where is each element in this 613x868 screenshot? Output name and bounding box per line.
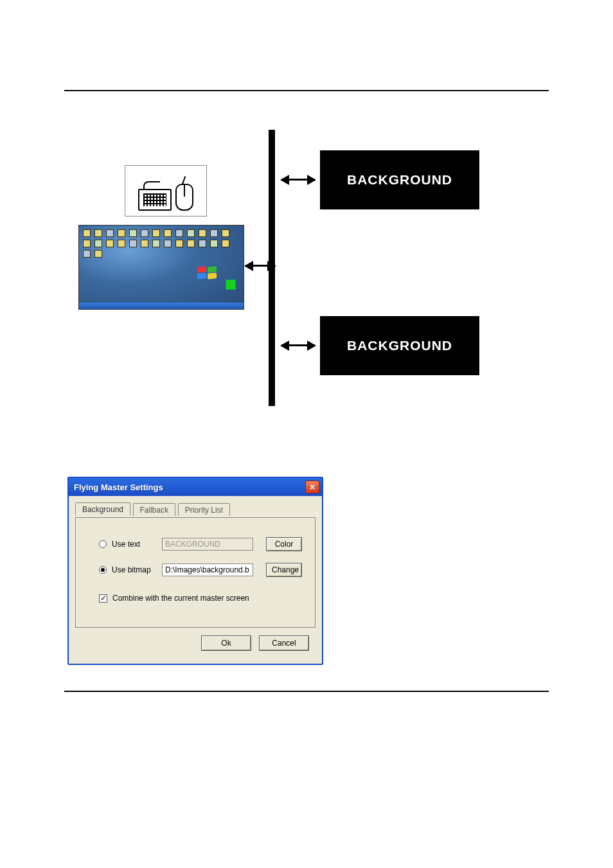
background-box-2: BACKGROUND [320, 316, 479, 375]
radio-use-text[interactable] [99, 540, 107, 548]
taskbar [79, 303, 244, 309]
close-icon: × [310, 482, 315, 492]
tabstrip: Background Fallback Priority List [75, 502, 315, 518]
flying-master-settings-dialog: Flying Master Settings × Background Fall… [67, 477, 323, 665]
change-button[interactable]: Change [266, 563, 302, 577]
use-bitmap-label: Use bitmap [112, 565, 157, 574]
diagram: BACKGROUND BACKGROUND [64, 130, 549, 412]
titlebar[interactable]: Flying Master Settings × [69, 478, 322, 496]
color-button[interactable]: Color [266, 537, 302, 551]
tab-priority-list[interactable]: Priority List [178, 503, 230, 516]
radio-use-bitmap[interactable] [99, 566, 107, 574]
mouse-icon [175, 184, 193, 211]
keyboard-icon [138, 189, 172, 211]
checkbox-combine[interactable] [99, 594, 107, 603]
top-rule [64, 90, 549, 91]
use-text-field[interactable] [162, 538, 253, 551]
dialog-title: Flying Master Settings [74, 483, 163, 492]
ok-button[interactable]: Ok [201, 635, 251, 651]
close-button[interactable]: × [305, 481, 319, 493]
tab-background[interactable]: Background [75, 502, 130, 515]
green-indicator [226, 279, 236, 290]
cancel-button[interactable]: Cancel [259, 635, 309, 651]
keyboard-mouse-box [125, 165, 207, 217]
tabpanel-background: Use text Color Use bitmap Change Combine… [75, 517, 315, 628]
desktop-screenshot [78, 225, 244, 310]
double-arrow-icon [245, 265, 275, 267]
tab-fallback[interactable]: Fallback [133, 503, 176, 516]
bottom-rule [64, 691, 549, 692]
double-arrow-icon [281, 344, 315, 346]
double-arrow-icon [281, 179, 315, 181]
combine-label: Combine with the current master screen [112, 594, 249, 603]
use-bitmap-field[interactable] [162, 563, 253, 576]
use-text-label: Use text [112, 540, 157, 549]
background-box-1: BACKGROUND [320, 150, 479, 209]
windows-logo-icon [197, 267, 219, 281]
